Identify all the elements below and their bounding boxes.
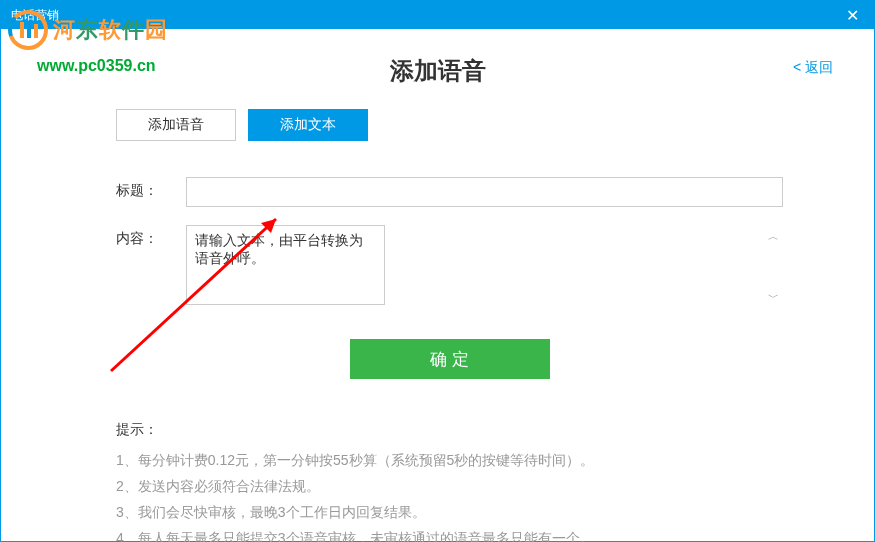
tab-row: 添加语音 添加文本 [116, 109, 833, 141]
title-input[interactable] [186, 177, 783, 207]
tips-heading: 提示： [116, 421, 783, 439]
scroll-up-icon[interactable]: ︿ [766, 229, 780, 244]
tips-item: 1、每分钟计费0.12元，第一分钟按55秒算（系统预留5秒的按键等待时间）。 [116, 453, 783, 467]
tips-list: 1、每分钟计费0.12元，第一分钟按55秒算（系统预留5秒的按键等待时间）。 2… [116, 453, 783, 542]
confirm-button[interactable]: 确 定 [350, 339, 550, 379]
tips-item: 4、每人每天最多只能提交3个语音审核，未审核通过的语音最多只能有一个。 [116, 531, 783, 542]
content-textarea[interactable] [186, 225, 385, 305]
page-title: 添加语音 [42, 55, 833, 87]
close-icon[interactable]: ✕ [838, 1, 866, 29]
scroll-down-icon[interactable]: ﹀ [766, 290, 780, 305]
tab-add-text[interactable]: 添加文本 [248, 109, 368, 141]
title-label: 标题： [116, 177, 186, 200]
titlebar: 电话营销 ✕ [1, 1, 874, 29]
window-title: 电话营销 [11, 7, 59, 24]
tips-item: 2、发送内容必须符合法律法规。 [116, 479, 783, 493]
tab-add-voice[interactable]: 添加语音 [116, 109, 236, 141]
back-link[interactable]: < 返回 [793, 59, 833, 77]
tips-item: 3、我们会尽快审核，最晚3个工作日内回复结果。 [116, 505, 783, 519]
content-label: 内容： [116, 225, 186, 248]
